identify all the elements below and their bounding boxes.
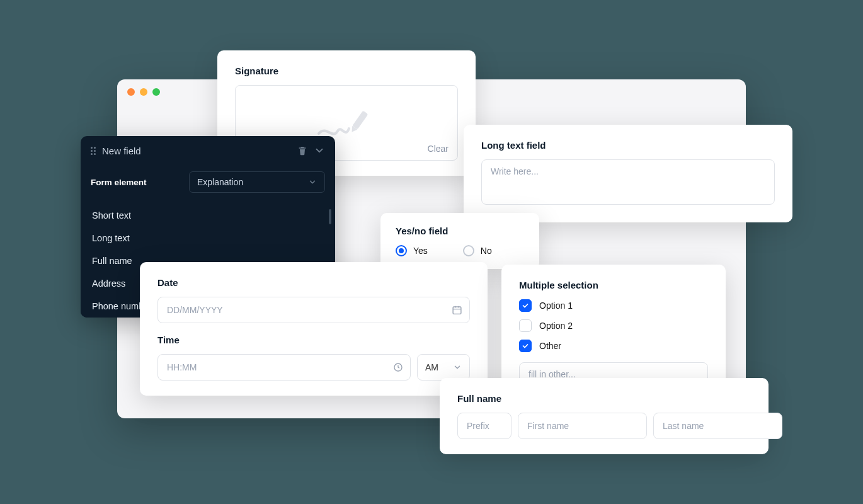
multi-title: Multiple selection xyxy=(519,280,708,290)
config-row: Form element Explanation xyxy=(81,165,335,204)
checkbox-label: Option 1 xyxy=(539,301,573,311)
config-header: New field xyxy=(81,136,335,165)
trash-icon[interactable] xyxy=(297,146,307,156)
ampm-select[interactable]: AM xyxy=(417,354,470,381)
radio-icon xyxy=(396,245,407,256)
radio-yes-label: Yes xyxy=(413,246,428,256)
date-input[interactable] xyxy=(157,297,470,323)
checkbox-icon xyxy=(519,340,532,352)
checkbox-icon xyxy=(519,319,532,332)
chevron-down-icon xyxy=(308,178,317,186)
signature-title: Signature xyxy=(235,66,458,76)
calendar-icon[interactable] xyxy=(452,305,462,316)
fullname-title: Full name xyxy=(457,393,751,404)
dropdown-item[interactable]: Long text xyxy=(81,227,335,249)
window-close-dot[interactable] xyxy=(127,88,135,96)
checkbox-label: Option 2 xyxy=(539,321,573,331)
radio-icon xyxy=(463,245,474,256)
radio-no[interactable]: No xyxy=(463,245,492,256)
yesno-card: Yes/no field Yes No xyxy=(380,213,539,269)
datetime-card: Date Time AM xyxy=(140,262,488,396)
yesno-title: Yes/no field xyxy=(396,226,524,236)
chevron-down-icon[interactable] xyxy=(314,145,325,156)
first-name-input[interactable] xyxy=(518,413,647,439)
time-input[interactable] xyxy=(157,354,411,381)
dropdown-scrollbar[interactable] xyxy=(329,209,331,224)
long-text-card: Long text field xyxy=(464,125,792,222)
checkbox-row[interactable]: Other xyxy=(519,340,708,352)
long-text-input[interactable] xyxy=(481,159,775,205)
drag-handle-icon[interactable] xyxy=(91,147,96,155)
form-element-selected-value: Explanation xyxy=(197,177,243,187)
ampm-value: AM xyxy=(425,362,438,372)
chevron-down-icon xyxy=(453,363,462,372)
form-element-select[interactable]: Explanation xyxy=(189,171,325,193)
radio-yes[interactable]: Yes xyxy=(396,245,428,256)
dropdown-item[interactable]: Short text xyxy=(81,204,335,227)
pen-signature-icon xyxy=(315,107,378,139)
window-minimize-dot[interactable] xyxy=(140,88,147,96)
svg-rect-2 xyxy=(453,307,461,314)
form-element-label: Form element xyxy=(91,178,179,187)
svg-rect-0 xyxy=(352,110,368,129)
signature-clear-link[interactable]: Clear xyxy=(428,144,449,154)
checkbox-row[interactable]: Option 2 xyxy=(519,319,708,332)
window-maximize-dot[interactable] xyxy=(152,88,160,96)
config-header-title: New field xyxy=(102,146,291,156)
checkbox-row[interactable]: Option 1 xyxy=(519,299,708,312)
checkbox-icon xyxy=(519,299,532,312)
time-label: Time xyxy=(157,335,470,345)
last-name-input[interactable] xyxy=(653,413,782,439)
checkbox-label: Other xyxy=(539,341,561,351)
fullname-card: Full name xyxy=(440,378,769,454)
yesno-radio-group: Yes No xyxy=(396,245,524,256)
date-label: Date xyxy=(157,277,470,288)
radio-no-label: No xyxy=(481,246,492,256)
prefix-input[interactable] xyxy=(457,413,512,439)
clock-icon[interactable] xyxy=(393,362,403,372)
long-text-title: Long text field xyxy=(481,140,775,151)
